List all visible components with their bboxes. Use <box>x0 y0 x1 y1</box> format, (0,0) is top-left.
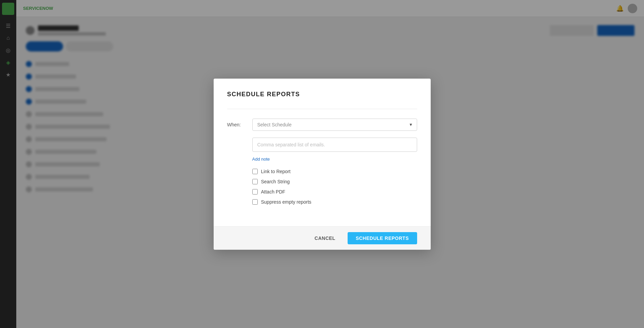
link-to-report-checkbox[interactable] <box>252 169 258 174</box>
cancel-button[interactable]: CANCEL <box>307 232 344 244</box>
attach-pdf-label: Attach PDF <box>261 189 286 194</box>
checkbox-group: Link to Report Search String Attach PDF … <box>252 169 417 205</box>
schedule-reports-button[interactable]: SCHEDULE REPORTS <box>348 232 417 244</box>
modal-backdrop[interactable]: SCHEDULE REPORTS When: Select Schedule ▼… <box>0 0 644 328</box>
add-note-link[interactable]: Add note <box>252 157 270 162</box>
email-input-wrapper <box>252 138 417 152</box>
schedule-select-wrapper: Select Schedule ▼ <box>252 119 417 131</box>
modal-title: SCHEDULE REPORTS <box>227 91 417 98</box>
attach-pdf-checkbox[interactable] <box>252 189 258 194</box>
when-label: When: <box>227 122 244 127</box>
search-string-label: Search String <box>261 179 290 184</box>
checkbox-suppress-empty: Suppress empty reports <box>252 199 417 205</box>
checkbox-search-string: Search String <box>252 179 417 184</box>
schedule-select[interactable]: Select Schedule <box>252 119 417 131</box>
add-note-wrapper: Add note <box>252 156 270 162</box>
checkbox-link-to-report: Link to Report <box>252 169 417 174</box>
modal-body: SCHEDULE REPORTS When: Select Schedule ▼… <box>214 79 431 226</box>
link-to-report-label: Link to Report <box>261 169 291 174</box>
modal-divider <box>227 109 417 109</box>
suppress-empty-checkbox[interactable] <box>252 199 258 205</box>
email-input[interactable] <box>252 138 417 152</box>
search-string-checkbox[interactable] <box>252 179 258 184</box>
when-row: When: Select Schedule ▼ <box>227 119 417 131</box>
schedule-reports-modal: SCHEDULE REPORTS When: Select Schedule ▼… <box>214 79 431 250</box>
checkbox-attach-pdf: Attach PDF <box>252 189 417 194</box>
modal-footer: CANCEL SCHEDULE REPORTS <box>214 226 431 250</box>
suppress-empty-label: Suppress empty reports <box>261 199 312 205</box>
